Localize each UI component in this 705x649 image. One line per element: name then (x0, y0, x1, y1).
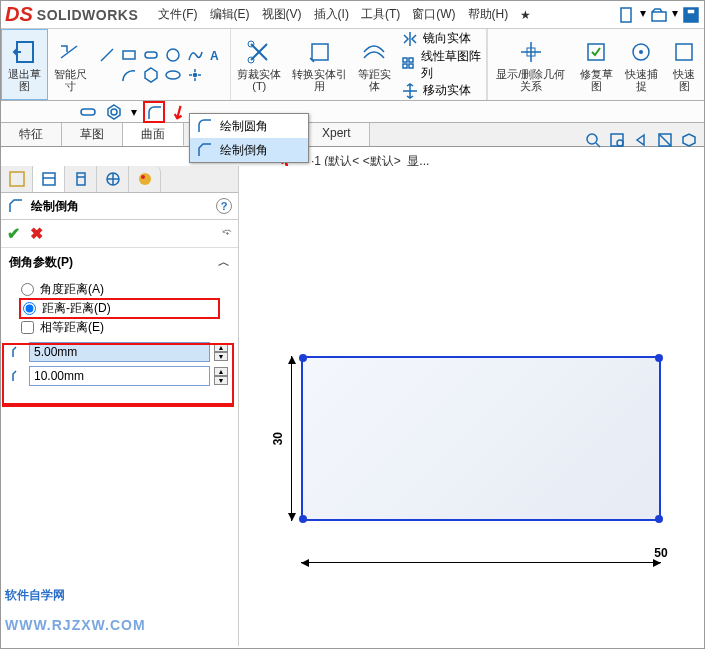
snap-button[interactable]: 快速捕捉 (619, 29, 664, 100)
cancel-button[interactable]: ✖ (30, 224, 43, 243)
tab-appearance[interactable] (129, 166, 161, 192)
slot-icon[interactable] (142, 46, 160, 64)
opt-angle-distance[interactable]: 角度距离(A) (21, 279, 218, 300)
svg-rect-19 (676, 44, 692, 60)
app-logo: DS SOLIDWORKS (5, 3, 138, 26)
arc-icon[interactable] (120, 66, 138, 84)
tab-feature[interactable]: 特征 (1, 123, 62, 146)
hexnut-icon[interactable] (105, 103, 123, 121)
tab-surface[interactable]: 曲面 (123, 123, 184, 146)
save-icon[interactable] (682, 6, 700, 24)
svg-point-7 (166, 71, 180, 79)
tab-config[interactable] (65, 166, 97, 192)
dimension-vertical[interactable]: 30 (271, 356, 292, 521)
sketch-point[interactable] (655, 515, 663, 523)
tab-dim[interactable] (97, 166, 129, 192)
pattern-icon[interactable] (401, 56, 416, 74)
tab-xpert[interactable]: Xpert (304, 123, 370, 146)
obround-icon[interactable] (79, 103, 97, 121)
appearance-icon (136, 170, 154, 188)
menu-star[interactable]: ★ (514, 8, 537, 22)
svg-point-30 (141, 175, 145, 179)
scissors-icon (245, 38, 273, 66)
menu-edit[interactable]: 编辑(E) (204, 6, 256, 23)
svg-rect-13 (403, 64, 407, 68)
quickfig-button[interactable]: 快速图 (664, 29, 704, 100)
section-chamfer-params[interactable]: 倒角参数(P) ︿ (1, 248, 238, 277)
confirm-row: ✔ ✖ ⤽ (1, 220, 238, 248)
rect-icon[interactable] (120, 46, 138, 64)
svg-rect-27 (43, 173, 55, 185)
menu-bar: DS SOLIDWORKS 文件(F) 编辑(E) 视图(V) 插入(I) 工具… (1, 1, 704, 29)
opt-equal-distance[interactable]: 相等距离(E) (21, 317, 218, 338)
svg-rect-14 (409, 64, 413, 68)
quickfig-icon (670, 38, 698, 66)
svg-rect-26 (10, 172, 24, 186)
svg-point-5 (167, 49, 179, 61)
sketch-point[interactable] (299, 515, 307, 523)
logo-text: SOLIDWORKS (37, 7, 138, 23)
menu-insert[interactable]: 插入(I) (308, 6, 355, 23)
spline-icon[interactable] (186, 46, 204, 64)
sketch-tools-group: A (94, 29, 231, 100)
smart-dim-button[interactable]: 智能尺寸 (48, 29, 93, 100)
mirror-icon[interactable] (401, 30, 419, 48)
dim-icon (104, 170, 122, 188)
view-orient-icon[interactable] (680, 131, 698, 149)
ok-button[interactable]: ✔ (7, 224, 20, 243)
svg-point-8 (193, 73, 196, 76)
sketch-rectangle[interactable] (301, 356, 661, 521)
opt-distance-distance[interactable]: 距离-距离(D) (21, 300, 218, 317)
exit-sketch-button[interactable]: 退出草图 (1, 29, 48, 100)
point-icon[interactable] (186, 66, 204, 84)
panel-title: 绘制倒角 (31, 198, 216, 215)
move-icon[interactable] (401, 82, 419, 100)
graphics-area[interactable]: 30 50 (241, 166, 704, 648)
command-toolbar: 退出草图 智能尺寸 A 剪裁实体(T) 转换实体引用 等距实体 镜向实 (1, 29, 704, 101)
tab-property-mgr[interactable] (33, 166, 65, 192)
panel-header: 绘制倒角 ? (1, 193, 238, 220)
convert-button[interactable]: 转换实体引用 (288, 29, 352, 100)
property-icon (40, 170, 58, 188)
repair-icon (582, 38, 610, 66)
ellipse-icon[interactable] (164, 66, 182, 84)
help-button[interactable]: ? (216, 198, 232, 214)
sketch-point[interactable] (655, 354, 663, 362)
svg-rect-11 (403, 58, 407, 62)
repair-button[interactable]: 修复草图 (573, 29, 618, 100)
menu-tools[interactable]: 工具(T) (355, 6, 406, 23)
menu-window[interactable]: 窗口(W) (406, 6, 461, 23)
sketch-tools-row2: ▾ ↙ (1, 101, 704, 123)
prev-view-icon[interactable] (632, 131, 650, 149)
dropdown-icon[interactable]: ▾ (672, 6, 678, 24)
tab-feature-tree[interactable] (1, 166, 33, 192)
dropdown-icon[interactable]: ▾ (131, 105, 137, 119)
dimension-horizontal[interactable]: 50 (301, 546, 661, 563)
zoom-area-icon[interactable] (608, 131, 626, 149)
svg-rect-12 (409, 58, 413, 62)
zoom-fit-icon[interactable] (584, 131, 602, 149)
section-view-icon[interactable] (656, 131, 674, 149)
menu-view[interactable]: 视图(V) (256, 6, 308, 23)
pushpin-button[interactable]: ⤽ (222, 224, 232, 243)
tab-sketch[interactable]: 草图 (62, 123, 123, 146)
offset-button[interactable]: 等距实体 (352, 29, 397, 100)
fillet-icon (196, 117, 214, 135)
flyout-fillet[interactable]: 绘制圆角 (190, 114, 308, 138)
dropdown-icon[interactable]: ▾ (640, 6, 646, 24)
open-doc-icon[interactable] (650, 6, 668, 24)
chamfer-options: 角度距离(A) 距离-距离(D) 相等距离(E) (1, 277, 238, 340)
menu-file[interactable]: 文件(F) (152, 6, 203, 23)
flyout-chamfer[interactable]: 绘制倒角 (190, 138, 308, 162)
fillet-dropdown-button[interactable] (145, 103, 163, 121)
trim-button[interactable]: 剪裁实体(T) (231, 29, 288, 100)
new-doc-icon[interactable] (618, 6, 636, 24)
polygon-icon[interactable] (142, 66, 160, 84)
line-icon[interactable] (98, 46, 116, 64)
tree-icon (8, 170, 26, 188)
circle-icon[interactable] (164, 46, 182, 64)
relations-button[interactable]: 显示/删除几何关系 (488, 29, 573, 100)
text-icon[interactable]: A (208, 46, 226, 64)
menu-help[interactable]: 帮助(H) (462, 6, 515, 23)
sketch-point[interactable] (299, 354, 307, 362)
